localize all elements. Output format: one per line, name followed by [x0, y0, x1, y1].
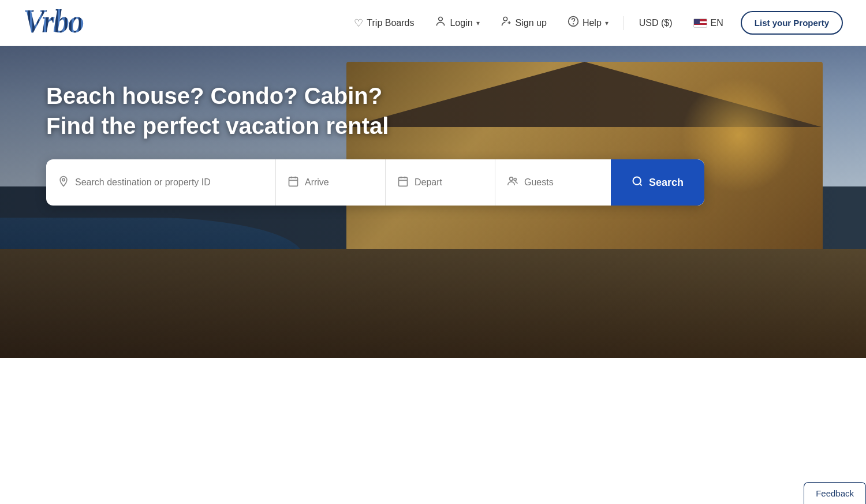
- svg-point-4: [503, 17, 507, 21]
- arrive-input[interactable]: [305, 177, 374, 188]
- navbar-nav: ♡ Trip Boards Login ▾ Sign up Help ▾: [346, 11, 843, 35]
- person-icon: [435, 16, 446, 30]
- svg-point-3: [439, 17, 443, 21]
- svg-point-6: [573, 24, 573, 24]
- navbar: Vrbo ♡ Trip Boards Login ▾ Sign up: [0, 0, 866, 46]
- language-label: EN: [711, 18, 723, 28]
- person-add-icon: [501, 16, 512, 30]
- destination-field[interactable]: [46, 159, 276, 206]
- search-button-label: Search: [649, 177, 684, 189]
- search-button-icon: [632, 176, 643, 190]
- hero-headline-line1: Beach house? Condo? Cabin?: [46, 83, 382, 109]
- signup-nav-item[interactable]: Sign up: [492, 11, 555, 35]
- search-button[interactable]: Search: [611, 159, 704, 206]
- location-pin-icon: [58, 176, 69, 190]
- arrive-field[interactable]: [276, 159, 386, 206]
- svg-point-18: [633, 177, 640, 184]
- svg-point-7: [62, 178, 65, 181]
- search-bar: Search: [46, 159, 704, 206]
- guests-field[interactable]: [495, 159, 611, 206]
- help-icon: [568, 16, 579, 30]
- currency-label: USD ($): [639, 18, 673, 28]
- hero-content: Beach house? Condo? Cabin? Find the perf…: [0, 46, 866, 206]
- svg-line-19: [640, 183, 642, 185]
- guests-input[interactable]: [524, 177, 599, 188]
- svg-point-16: [510, 177, 513, 180]
- depart-calendar-icon: [397, 176, 409, 190]
- trip-boards-label: Trip Boards: [367, 18, 414, 28]
- svg-text:Vrbo: Vrbo: [23, 5, 84, 37]
- svg-rect-8: [289, 177, 297, 186]
- depart-input[interactable]: [415, 177, 483, 188]
- guests-icon: [507, 176, 518, 190]
- heart-icon: ♡: [354, 17, 363, 29]
- feedback-button[interactable]: Feedback: [804, 482, 866, 504]
- list-property-button[interactable]: List your Property: [741, 11, 843, 35]
- nav-divider: [624, 16, 624, 30]
- logo-text: Vrbo: [23, 12, 92, 43]
- help-nav-item[interactable]: Help ▾: [559, 11, 617, 35]
- trip-boards-nav-item[interactable]: ♡ Trip Boards: [346, 12, 422, 34]
- hero-headline-line2: Find the perfect vacation rental: [46, 113, 389, 139]
- login-chevron-icon: ▾: [476, 19, 480, 27]
- login-nav-item[interactable]: Login ▾: [427, 11, 487, 35]
- hero-headline: Beach house? Condo? Cabin? Find the perf…: [46, 81, 450, 141]
- hero-section: Beach house? Condo? Cabin? Find the perf…: [0, 46, 866, 358]
- login-label: Login: [450, 18, 472, 28]
- currency-nav-item[interactable]: USD ($): [631, 13, 681, 33]
- arrive-calendar-icon: [288, 176, 299, 190]
- logo[interactable]: Vrbo: [23, 5, 92, 42]
- flag-icon: [693, 18, 707, 28]
- help-label: Help: [583, 18, 602, 28]
- search-input[interactable]: [75, 177, 264, 188]
- svg-point-17: [514, 178, 516, 180]
- svg-rect-12: [398, 177, 407, 186]
- depart-field[interactable]: [386, 159, 495, 206]
- signup-label: Sign up: [516, 18, 547, 28]
- language-nav-item[interactable]: EN: [685, 13, 731, 33]
- help-chevron-icon: ▾: [605, 19, 609, 27]
- below-hero-section: [0, 358, 866, 504]
